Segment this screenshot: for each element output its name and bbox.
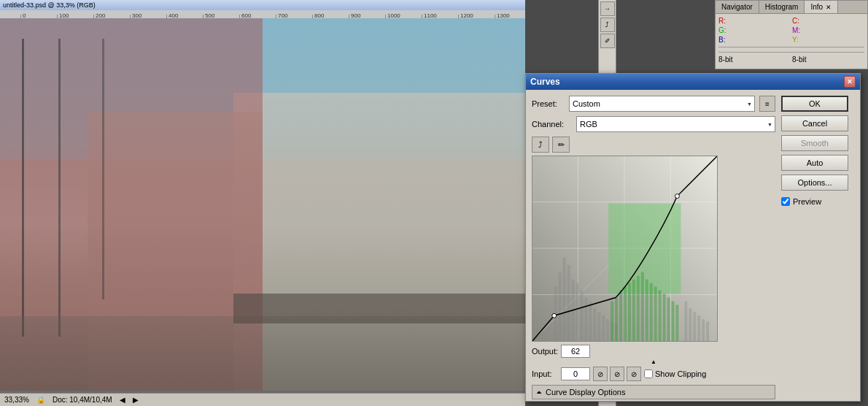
- show-clipping-label: Show Clipping: [655, 369, 706, 378]
- input-label: Input:: [532, 369, 558, 378]
- svg-rect-11: [567, 265, 570, 341]
- info-tabs: Navigator Histogram Info ✕: [716, 1, 867, 14]
- input-row: Input: ⊘ ⊘ ⊘ Show Clipping: [532, 367, 775, 381]
- svg-rect-42: [693, 312, 696, 341]
- svg-point-46: [675, 194, 679, 199]
- info-content: R: C: G: M: B: Y: 8-bit 8-bit: [716, 14, 867, 66]
- info-y-row: Y:: [792, 36, 864, 44]
- channel-select[interactable]: RGB Red Green Blue: [576, 116, 775, 132]
- g-label: G:: [718, 26, 730, 34]
- svg-rect-39: [675, 304, 678, 341]
- cancel-label: Cancel: [802, 119, 827, 128]
- auto-button[interactable]: Auto: [781, 155, 848, 171]
- auto-label: Auto: [807, 158, 824, 167]
- nav-prev[interactable]: ◀: [120, 396, 125, 404]
- curve-display-options: ⏶ Curve Display Options: [532, 385, 775, 399]
- svg-rect-18: [597, 312, 600, 341]
- cancel-button[interactable]: Cancel: [781, 115, 848, 131]
- preview-checkbox[interactable]: [781, 197, 790, 206]
- options-button[interactable]: Options...: [781, 175, 848, 191]
- smooth-button[interactable]: Smooth: [781, 135, 848, 151]
- svg-rect-27: [624, 287, 627, 341]
- svg-rect-20: [606, 319, 609, 341]
- r-label: R:: [718, 17, 730, 25]
- svg-rect-34: [654, 287, 657, 341]
- curve-point-tool[interactable]: ⤴: [532, 137, 549, 153]
- info-divider2: [718, 52, 864, 53]
- photo-canvas: [0, 18, 525, 391]
- tab-histogram[interactable]: Histogram: [759, 1, 805, 13]
- svg-rect-17: [593, 308, 596, 341]
- pencil-icon: ✏: [558, 140, 565, 150]
- bottom-statusbar: 33,33% 🔒 Doc: 10,4M/10,4M ◀ ▶: [0, 393, 525, 406]
- photo-content: [0, 18, 525, 391]
- toolbar-zoom-btn[interactable]: ⤴: [600, 18, 615, 32]
- curves-right-panel: OK Cancel Smooth Auto Options... Preview: [781, 96, 854, 399]
- preset-options-button[interactable]: ≡: [759, 96, 775, 112]
- curve-tools: ⤴ ✏: [532, 137, 775, 153]
- curves-body: Preset: Custom ≡ Channel: RGB Red: [526, 90, 860, 405]
- channel-select-wrapper: RGB Red Green Blue: [576, 116, 775, 132]
- expand-icon[interactable]: ⏶: [536, 388, 543, 396]
- preset-label: Preset:: [532, 99, 565, 108]
- lock-icon: 🔒: [36, 396, 45, 404]
- curve-icon: ⤴: [538, 140, 543, 149]
- tab-info[interactable]: Info ✕: [805, 1, 838, 13]
- c-label: C:: [792, 17, 804, 25]
- svg-rect-26: [619, 291, 622, 341]
- curves-dialog: Curves ✕ Preset: Custom ≡ Chann: [525, 73, 861, 402]
- nav-next[interactable]: ▶: [133, 396, 139, 404]
- show-clipping-checkbox[interactable]: [644, 369, 653, 378]
- preset-select[interactable]: Custom: [569, 96, 755, 112]
- scaffold-pole: [22, 39, 24, 337]
- svg-point-47: [552, 313, 557, 318]
- eyedropper-tools: ⊘ ⊘ ⊘: [593, 367, 641, 381]
- info-panel: Navigator Histogram Info ✕ R: C: G: M: B…: [715, 0, 868, 69]
- preview-row: Preview: [781, 197, 854, 206]
- channel-label: Channel:: [532, 120, 572, 129]
- info-divider: [718, 47, 864, 47]
- tab-navigator[interactable]: Navigator: [716, 1, 759, 13]
- svg-rect-37: [667, 297, 670, 341]
- doc-info: Doc: 10,4M/10,4M: [53, 396, 112, 404]
- curves-close-button[interactable]: ✕: [844, 76, 856, 88]
- svg-rect-40: [684, 301, 687, 341]
- curve-pencil-tool[interactable]: ✏: [552, 137, 570, 153]
- toolbar-eyedropper-btn[interactable]: ✐: [600, 34, 615, 48]
- options-icon: ≡: [765, 100, 770, 108]
- street: [0, 316, 525, 391]
- svg-rect-36: [663, 294, 666, 341]
- svg-rect-15: [584, 297, 587, 341]
- svg-rect-43: [697, 315, 700, 341]
- scaffold-pole: [102, 39, 104, 299]
- svg-rect-31: [641, 272, 644, 341]
- toolbar-nav-btn[interactable]: →: [600, 1, 615, 16]
- info-bit-left: 8-bit: [718, 55, 791, 64]
- ok-button[interactable]: OK: [781, 96, 848, 112]
- preset-row: Preset: Custom ≡: [532, 96, 775, 112]
- svg-rect-30: [637, 276, 640, 341]
- info-g-row: G:: [718, 26, 791, 34]
- svg-rect-14: [580, 291, 583, 341]
- curves-svg: [532, 156, 717, 341]
- preset-select-wrapper: Custom: [569, 96, 755, 112]
- eyedropper-white[interactable]: ⊘: [627, 367, 641, 381]
- ok-label: OK: [809, 99, 821, 108]
- eyedropper-mid[interactable]: ⊘: [610, 367, 624, 381]
- curves-left-panel: Preset: Custom ≡ Channel: RGB Red: [532, 96, 775, 399]
- svg-rect-44: [702, 319, 705, 341]
- input-field[interactable]: [561, 367, 590, 380]
- output-input[interactable]: [561, 345, 590, 358]
- y-label: Y:: [792, 36, 804, 44]
- svg-rect-29: [632, 280, 635, 341]
- info-bit-right: 8-bit: [792, 55, 864, 64]
- output-label: Output:: [532, 347, 558, 356]
- tab-histogram-label: Histogram: [765, 3, 799, 11]
- eyedropper-black[interactable]: ⊘: [593, 367, 608, 381]
- zoom-display: 33,33%: [4, 396, 29, 404]
- info-c-row: C:: [792, 17, 864, 25]
- close-icon[interactable]: ✕: [826, 4, 832, 11]
- curves-title: Curves: [530, 77, 560, 87]
- info-b-row: B:: [718, 36, 791, 44]
- curves-graph[interactable]: [532, 156, 718, 342]
